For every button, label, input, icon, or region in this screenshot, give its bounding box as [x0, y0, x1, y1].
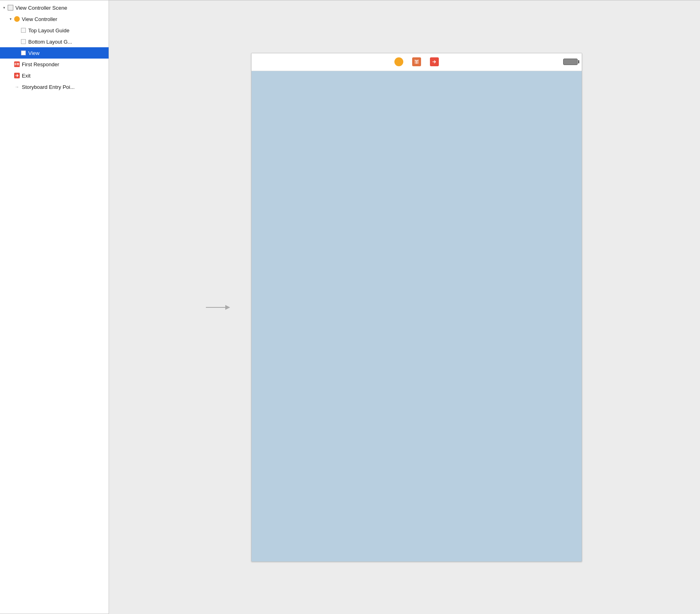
view-icon: [20, 50, 27, 56]
scene-container: [251, 53, 582, 562]
label-first-responder: First Responder: [22, 61, 59, 67]
layout-guide-icon: [20, 27, 27, 34]
view-controller-icon: [14, 16, 20, 22]
sidebar-item-first-responder[interactable]: FR First Responder: [0, 59, 109, 70]
sidebar: View Controller Scene View Controller To…: [0, 0, 109, 614]
label-storyboard-entry: Storyboard Entry Poi...: [22, 84, 75, 90]
exit-icon: [14, 72, 20, 79]
battery-indicator: [563, 59, 578, 65]
label-view-controller: View Controller: [22, 16, 57, 22]
entry-point-arrow-icon: →: [14, 84, 20, 90]
sidebar-item-view[interactable]: View: [0, 47, 109, 59]
disclosure-view-controller[interactable]: [8, 17, 13, 21]
tree-view: View Controller Scene View Controller To…: [0, 0, 109, 614]
scene-header-icons: [394, 57, 439, 66]
sidebar-item-bottom-layout-guide[interactable]: Bottom Layout G...: [0, 36, 109, 47]
storyboard-icon: [7, 4, 14, 11]
disclosure-view-controller-scene[interactable]: [2, 5, 6, 10]
sidebar-item-view-controller[interactable]: View Controller: [0, 13, 109, 25]
sidebar-item-top-layout-guide[interactable]: Top Layout Guide: [0, 25, 109, 36]
label-top-layout-guide: Top Layout Guide: [28, 27, 69, 34]
bottom-layout-guide-icon: [20, 38, 27, 45]
device-scene: [251, 53, 582, 562]
label-view-controller-scene: View Controller Scene: [15, 5, 67, 11]
first-responder-icon: FR: [14, 61, 20, 67]
label-bottom-layout-guide: Bottom Layout G...: [28, 39, 72, 45]
label-exit: Exit: [22, 73, 31, 79]
canvas-area[interactable]: [109, 0, 700, 614]
vc-exit-icon[interactable]: [430, 57, 439, 66]
vc-cube-icon[interactable]: [412, 57, 421, 66]
scene-content-view[interactable]: [251, 71, 582, 561]
svg-marker-1: [225, 305, 230, 310]
sidebar-item-view-controller-scene[interactable]: View Controller Scene: [0, 2, 109, 13]
sidebar-item-exit[interactable]: Exit: [0, 70, 109, 81]
vc-yellow-circle-icon[interactable]: [394, 57, 403, 66]
storyboard-entry-arrow: [206, 301, 230, 313]
scene-header: [251, 53, 582, 71]
label-view: View: [28, 50, 40, 56]
sidebar-item-storyboard-entry[interactable]: → Storyboard Entry Poi...: [0, 81, 109, 93]
